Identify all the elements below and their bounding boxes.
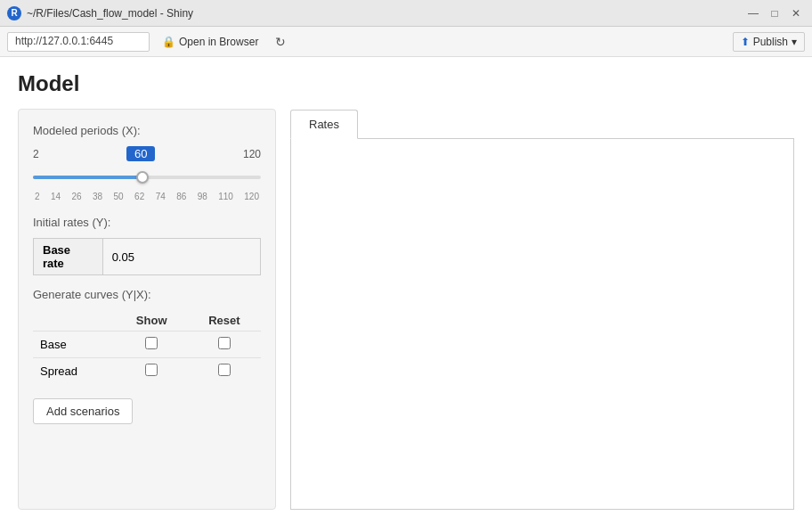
slider-max: 120: [243, 148, 261, 160]
curves-col-show: Show: [116, 310, 188, 332]
tabs-container: Rates: [290, 109, 794, 139]
slider-bounds: 2 60 120: [33, 146, 261, 161]
modeled-periods-section: Modeled periods (X): 2 60 120 2 14 26: [33, 124, 261, 201]
page-title: Model: [18, 71, 794, 96]
app-layout: Modeled periods (X): 2 60 120 2 14 26: [18, 109, 794, 510]
tick-26: 26: [72, 192, 82, 201]
spread-row-label: Spread: [33, 358, 116, 385]
slider-fill: [33, 176, 142, 179]
close-button[interactable]: ✕: [787, 4, 805, 22]
spread-reset-checkbox[interactable]: [218, 364, 231, 376]
tick-62: 62: [134, 192, 144, 201]
slider-track: [33, 176, 261, 179]
table-row: Spread: [33, 358, 261, 385]
addressbar: http://127.0.0.1:6445 🔒 Open in Browser …: [0, 27, 812, 57]
table-row: Base: [33, 332, 261, 358]
curves-table: Show Reset Base: [33, 310, 261, 384]
spread-show-cell[interactable]: [116, 358, 188, 385]
base-rate-input[interactable]: [112, 250, 251, 264]
generate-curves-label: Generate curves (Y|X):: [33, 288, 261, 301]
modeled-periods-label: Modeled periods (X):: [33, 124, 261, 137]
spread-show-checkbox[interactable]: [145, 364, 158, 376]
slider-thumb[interactable]: [136, 171, 149, 184]
tab-rates[interactable]: Rates: [290, 110, 358, 139]
tick-50: 50: [114, 192, 124, 201]
base-show-checkbox[interactable]: [145, 337, 158, 349]
rates-table-header: Base rate: [34, 239, 103, 275]
tick-74: 74: [156, 192, 166, 201]
rates-table: Base rate: [33, 238, 261, 275]
sidebar-panel: Modeled periods (X): 2 60 120 2 14 26: [18, 109, 276, 510]
base-reset-cell[interactable]: [188, 332, 261, 358]
base-show-cell[interactable]: [116, 332, 188, 358]
titlebar: R ~/R/Files/Cash_flow_model - Shiny — □ …: [0, 0, 812, 27]
base-reset-checkbox[interactable]: [218, 337, 231, 349]
refresh-button[interactable]: ↻: [271, 32, 290, 52]
tick-38: 38: [93, 192, 102, 201]
maximize-button[interactable]: □: [766, 4, 784, 22]
generate-curves-section: Generate curves (Y|X): Show Reset Base: [33, 288, 261, 384]
rates-table-value[interactable]: [102, 239, 260, 275]
tick-120: 120: [244, 192, 259, 201]
slider-ticks: 2 14 26 38 50 62 74 86 98 110 120: [33, 192, 261, 201]
initial-rates-label: Initial rates (Y):: [33, 216, 261, 229]
publish-button[interactable]: ⬆ Publish ▾: [733, 32, 805, 52]
slider-track-container[interactable]: [33, 165, 261, 190]
curves-col-reset: Reset: [188, 310, 261, 332]
slider-value: 60: [126, 146, 155, 161]
main-content: Model Modeled periods (X): 2 60 120: [0, 57, 812, 524]
base-row-label: Base: [33, 332, 116, 358]
publish-icon: ⬆: [741, 36, 750, 48]
browser-icon: 🔒: [162, 36, 175, 48]
open-browser-button[interactable]: 🔒 Open in Browser: [157, 34, 264, 50]
url-display: http://127.0.0.1:6445: [7, 32, 150, 52]
spread-reset-cell[interactable]: [188, 358, 261, 385]
tab-content-rates: [290, 139, 794, 510]
r-icon: R: [7, 6, 21, 20]
tick-2: 2: [35, 192, 40, 201]
tick-14: 14: [51, 192, 61, 201]
add-scenarios-button[interactable]: Add scenarios: [33, 398, 133, 424]
titlebar-title: ~/R/Files/Cash_flow_model - Shiny: [27, 7, 193, 20]
curves-col-header-empty: [33, 310, 116, 332]
tick-110: 110: [218, 192, 233, 201]
tick-86: 86: [176, 192, 186, 201]
minimize-button[interactable]: —: [744, 4, 762, 22]
titlebar-left: R ~/R/Files/Cash_flow_model - Shiny: [7, 6, 193, 20]
slider-min: 2: [33, 148, 39, 160]
main-panel: Rates: [290, 109, 794, 510]
tick-98: 98: [198, 192, 207, 201]
titlebar-controls: — □ ✕: [744, 4, 805, 22]
